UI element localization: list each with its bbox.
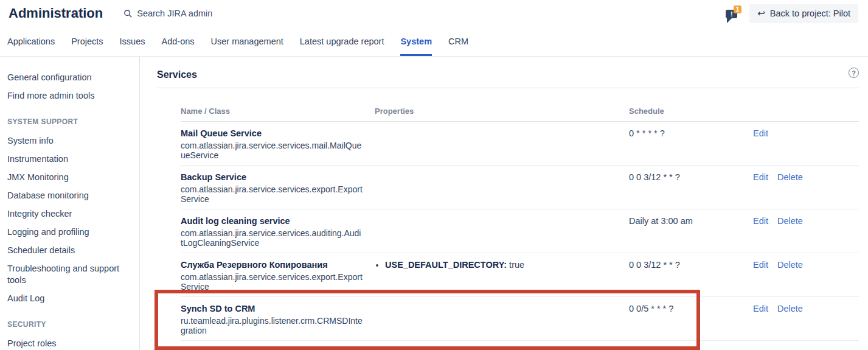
sidebar-section-title: SYSTEM SUPPORT [7, 117, 131, 126]
tab-user-management[interactable]: User management [211, 27, 283, 56]
schedule-cell: 0 0 3/12 * * ? [629, 259, 753, 292]
sidebar-section-title: SECURITY [7, 320, 131, 329]
sidebar-item-jmx-monitoring[interactable]: JMX Monitoring [7, 172, 131, 183]
edit-link[interactable]: Edit [753, 259, 768, 292]
search-icon [123, 9, 133, 18]
sidebar-item-find-more-admin-tools[interactable]: Find more admin tools [7, 90, 131, 102]
property-key: USE_DEFAULT_DIRECTORY: [385, 260, 507, 270]
notification-badge: 1 [734, 5, 742, 13]
back-arrow-icon: ↩ [757, 10, 765, 17]
back-to-project-label: Back to project: Pilot [770, 9, 850, 18]
actions-cell: Edit [753, 128, 859, 160]
actions-cell: EditDelete [753, 172, 859, 204]
name-class-cell: Audit log cleaning service com.atlassian… [181, 215, 375, 248]
schedule-cell: 0 0/5 * * * ? [629, 303, 753, 335]
sidebar-item-instrumentation[interactable]: Instrumentation [7, 153, 131, 165]
tab-latest-upgrade-report[interactable]: Latest upgrade report [300, 27, 384, 56]
sidebar-item-logging-and-profiling[interactable]: Logging and profiling [7, 226, 131, 238]
name-class-cell: Backup Service com.atlassian.jira.servic… [181, 172, 375, 204]
tab-projects[interactable]: Projects [71, 27, 103, 56]
admin-search[interactable] [123, 9, 240, 18]
sidebar-item-system-info[interactable]: System info [7, 135, 131, 147]
table-header-row: Name / Class Properties Schedule [181, 107, 859, 122]
properties-cell [375, 303, 629, 335]
search-input[interactable] [137, 9, 240, 18]
schedule-cell: Daily at 3:00 am [629, 215, 753, 248]
service-class: com.atlassian.jira.service.services.mail… [181, 141, 363, 160]
table-row: Mail Queue Service com.atlassian.jira.se… [181, 122, 859, 166]
service-name: Audit log cleaning service [181, 215, 375, 226]
service-name: Служба Резервного Копирования [181, 259, 375, 270]
edit-link[interactable]: Edit [753, 215, 768, 248]
tab-system[interactable]: System [400, 27, 432, 56]
edit-link[interactable]: Edit [753, 128, 768, 160]
column-header-schedule: Schedule [629, 107, 753, 116]
sidebar-item-integrity-checker[interactable]: Integrity checker [7, 208, 131, 220]
header-right: ! 1 ↩ Back to project: Pilot [726, 4, 858, 23]
schedule-cell: 0 0 3/12 * * ? [629, 172, 753, 204]
delete-link[interactable]: Delete [777, 259, 803, 292]
notifications-icon[interactable]: ! 1 [726, 6, 740, 21]
tab-issues[interactable]: Issues [120, 27, 145, 56]
help-icon[interactable]: ? [849, 68, 859, 78]
edit-link[interactable]: Edit [753, 172, 768, 204]
services-header: Services ? [157, 69, 859, 88]
back-to-project-button[interactable]: ↩ Back to project: Pilot [749, 4, 858, 23]
table-row: Backup Service com.atlassian.jira.servic… [181, 166, 859, 209]
table-row: Synch SD to CRM ru.teamlead.jira.plugins… [181, 297, 859, 341]
sidebar: General configurationFind more admin too… [0, 57, 140, 350]
name-class-cell: Служба Резервного Копирования com.atlass… [181, 259, 375, 292]
actions-cell: EditDelete [753, 303, 859, 335]
service-property: USE_DEFAULT_DIRECTORY: true [385, 259, 629, 270]
service-class: com.atlassian.jira.service.services.expo… [181, 272, 363, 292]
service-class: com.atlassian.jira.service.services.audi… [181, 228, 363, 248]
name-class-cell: Synch SD to CRM ru.teamlead.jira.plugins… [181, 303, 375, 335]
table-body: Mail Queue Service com.atlassian.jira.se… [181, 122, 859, 341]
service-class: com.atlassian.jira.service.services.expo… [181, 184, 363, 204]
edit-link[interactable]: Edit [753, 303, 768, 335]
sidebar-item-database-monitoring[interactable]: Database monitoring [7, 190, 131, 201]
page-title: Administration [9, 5, 103, 21]
sidebar-item-project-roles[interactable]: Project roles [7, 338, 131, 349]
column-header-name-class: Name / Class [181, 107, 375, 116]
column-header-actions [753, 107, 859, 116]
delete-link[interactable]: Delete [777, 215, 803, 248]
properties-cell: USE_DEFAULT_DIRECTORY: true [375, 259, 629, 292]
tab-applications[interactable]: Applications [7, 27, 55, 56]
service-name: Mail Queue Service [181, 128, 375, 139]
service-name: Synch SD to CRM [181, 303, 375, 314]
column-header-properties: Properties [375, 107, 629, 116]
properties-cell [375, 215, 629, 248]
table-row: Audit log cleaning service com.atlassian… [181, 209, 859, 253]
main-layout: General configurationFind more admin too… [0, 57, 868, 350]
sidebar-item-troubleshooting-and-support-tools[interactable]: Troubleshooting and support tools [7, 263, 131, 286]
property-value: true [507, 260, 524, 270]
delete-link[interactable]: Delete [777, 303, 803, 335]
schedule-cell: 0 * * * * ? [629, 128, 753, 160]
content-area: Services ? Name / Class Properties Sched… [140, 57, 868, 350]
actions-cell: EditDelete [753, 215, 859, 248]
app-header: Administration ! 1 ↩ Back to project: Pi… [0, 0, 868, 27]
service-class: ru.teamlead.jira.plugins.listener.crm.CR… [181, 316, 363, 335]
actions-cell: EditDelete [753, 259, 859, 292]
table-row: Служба Резервного Копирования com.atlass… [181, 253, 859, 297]
services-table: Name / Class Properties Schedule Mail Qu… [181, 107, 859, 341]
services-title: Services [157, 69, 197, 80]
sidebar-item-audit-log[interactable]: Audit Log [7, 293, 131, 304]
service-name: Backup Service [181, 172, 375, 183]
admin-nav-tabs: ApplicationsProjectsIssuesAdd-onsUser ma… [0, 27, 868, 57]
name-class-cell: Mail Queue Service com.atlassian.jira.se… [181, 128, 375, 160]
properties-cell [375, 128, 629, 160]
sidebar-item-scheduler-details[interactable]: Scheduler details [7, 245, 131, 256]
delete-link[interactable]: Delete [777, 172, 803, 204]
tab-add-ons[interactable]: Add-ons [162, 27, 195, 56]
sidebar-item-general-configuration[interactable]: General configuration [7, 72, 131, 83]
tab-crm[interactable]: CRM [448, 27, 468, 56]
properties-cell [375, 172, 629, 204]
